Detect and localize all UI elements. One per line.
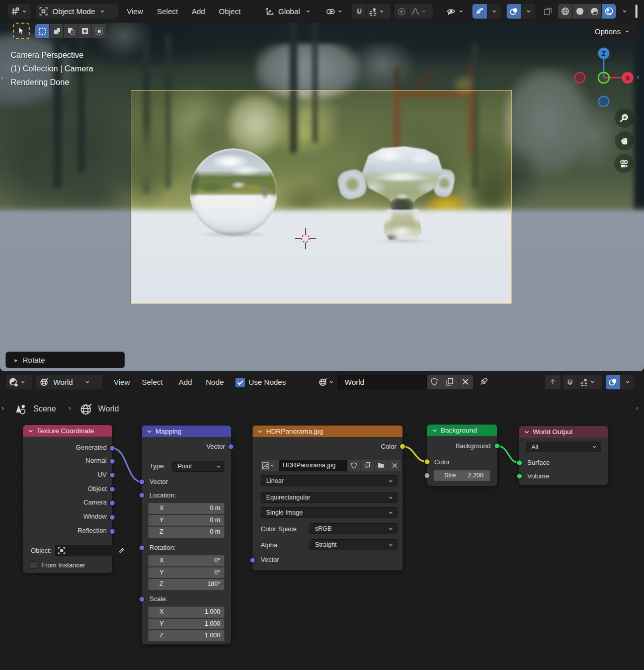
svg-text:Z: Z [602, 50, 606, 57]
svg-text:X: X [625, 74, 630, 82]
